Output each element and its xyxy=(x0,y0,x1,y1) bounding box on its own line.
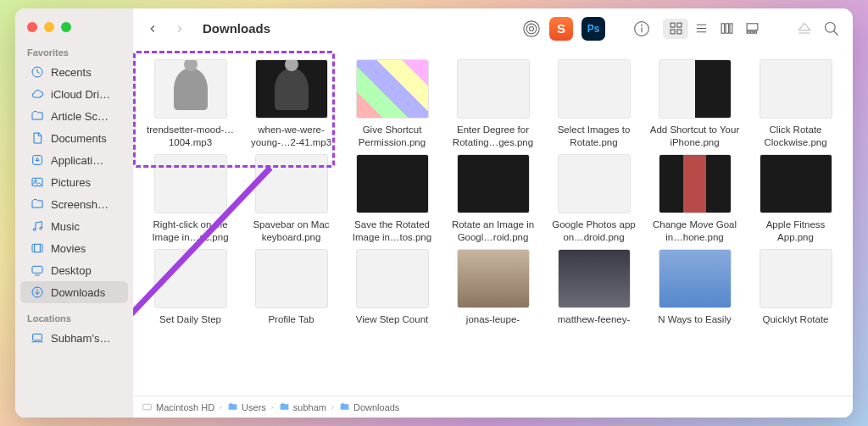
svg-point-15 xyxy=(530,26,534,30)
svg-rect-33 xyxy=(750,31,753,33)
file-thumbnail xyxy=(558,154,631,213)
path-item[interactable]: subham xyxy=(279,401,326,412)
sidebar-item-label: Screensh… xyxy=(51,198,108,211)
sidebar-item-label: Applicati… xyxy=(51,154,103,167)
sidebar-section-locations: Locations xyxy=(15,310,133,327)
file-label: matthew-feeney- xyxy=(558,313,631,326)
file-label: trendsetter-mood-…1004.mp3 xyxy=(143,124,238,149)
laptop-icon xyxy=(31,331,44,345)
svg-rect-9 xyxy=(32,266,42,273)
sidebar-item-downloads[interactable]: Downloads xyxy=(20,281,128,303)
sidebar-item-movies[interactable]: Movies xyxy=(20,237,128,259)
file-item[interactable]: Right-click on the Image in…ac.png xyxy=(142,154,239,244)
svg-line-38 xyxy=(834,30,838,35)
file-item[interactable]: N Ways to Easily xyxy=(646,249,743,326)
file-label: Right-click on the Image in…ac.png xyxy=(143,219,238,244)
file-thumbnail xyxy=(154,249,227,308)
sidebar-item-label: Recents xyxy=(51,66,92,79)
file-label: Change Move Goal in…hone.png xyxy=(648,219,743,244)
eject-button[interactable] xyxy=(795,19,814,38)
search-button[interactable] xyxy=(822,19,841,38)
info-button[interactable] xyxy=(632,19,651,38)
doc-icon xyxy=(31,131,44,145)
path-item[interactable]: Macintosh HD xyxy=(142,401,214,412)
path-item[interactable]: Users xyxy=(227,401,266,412)
file-item[interactable]: Add Shortcut to Your iPhone.png xyxy=(646,59,743,149)
svg-rect-30 xyxy=(730,24,732,33)
file-item[interactable]: when-we-were-young-…2-41.mp3 xyxy=(242,59,340,149)
main-pane: Downloads S Ps trendsetter-mood-…1004.mp… xyxy=(133,8,853,418)
music-icon xyxy=(31,219,44,233)
folder-icon xyxy=(31,197,44,211)
sidebar-item-documents[interactable]: Documents xyxy=(20,127,128,149)
file-item[interactable]: View Step Count xyxy=(343,249,441,326)
column-view-button[interactable] xyxy=(714,19,739,39)
file-item[interactable]: Google Photos app on…droid.png xyxy=(545,154,643,244)
file-label: Select Images to Rotate.png xyxy=(547,124,642,149)
file-item[interactable]: Select Images to Rotate.png xyxy=(545,59,643,149)
svg-point-5 xyxy=(40,227,42,230)
file-item[interactable]: Apple Fitness App.png xyxy=(747,154,844,244)
file-thumbnail xyxy=(255,59,328,119)
file-item[interactable]: Save the Rotated Image in…tos.png xyxy=(343,154,441,244)
window-controls xyxy=(15,17,133,44)
sidebar-item-screensh-[interactable]: Screensh… xyxy=(20,193,128,215)
file-item[interactable]: Quicklyt Rotate xyxy=(747,249,844,326)
file-item[interactable]: trendsetter-mood-…1004.mp3 xyxy=(142,59,239,149)
app-badge-photoshop[interactable]: Ps xyxy=(581,17,605,41)
app-badge-s[interactable]: S xyxy=(549,17,573,41)
sidebar-item-label: Pictures xyxy=(51,176,91,189)
file-item[interactable]: Click Rotate Clockwise.png xyxy=(747,59,844,149)
desktop-icon xyxy=(31,263,44,277)
gallery-view-button[interactable] xyxy=(739,19,765,39)
file-item[interactable]: Spavebar on Mac keyboard.png xyxy=(242,154,340,244)
file-label: Quicklyt Rotate xyxy=(763,313,829,326)
file-grid-area[interactable]: trendsetter-mood-…1004.mp3when-we-were-y… xyxy=(133,49,853,396)
list-view-button[interactable] xyxy=(688,19,714,39)
file-item[interactable]: Rotate an Image in Googl…roid.png xyxy=(444,154,542,244)
file-label: Enter Degree for Rotating…ges.png xyxy=(446,124,541,149)
file-item[interactable]: Give Shortcut Permission.png xyxy=(343,59,441,149)
cloud-icon xyxy=(31,87,44,101)
close-button[interactable] xyxy=(27,22,37,32)
sidebar-item-music[interactable]: Music xyxy=(20,215,128,237)
file-thumbnail xyxy=(659,154,732,213)
svg-rect-40 xyxy=(143,404,152,410)
app-icon xyxy=(31,153,44,167)
sidebar-item-subham-s-[interactable]: Subham's… xyxy=(20,327,128,349)
file-thumbnail xyxy=(154,154,227,213)
svg-rect-32 xyxy=(747,31,749,33)
back-button[interactable] xyxy=(145,21,160,36)
sidebar-item-label: Desktop xyxy=(51,264,92,277)
airdrop-icon[interactable] xyxy=(522,19,541,38)
file-item[interactable]: Enter Degree for Rotating…ges.png xyxy=(444,59,542,149)
minimize-button[interactable] xyxy=(44,22,54,32)
view-segmented xyxy=(659,19,768,39)
sidebar-item-desktop[interactable]: Desktop xyxy=(20,259,128,281)
file-item[interactable]: Profile Tab xyxy=(242,249,340,326)
maximize-button[interactable] xyxy=(61,22,71,32)
sidebar: Favorites RecentsiCloud Dri…Article Sc…D… xyxy=(15,8,133,418)
file-thumbnail xyxy=(356,249,429,308)
download-icon xyxy=(31,285,44,299)
sidebar-item-pictures[interactable]: Pictures xyxy=(20,171,128,193)
sidebar-item-article-sc-[interactable]: Article Sc… xyxy=(20,105,128,127)
path-item[interactable]: Downloads xyxy=(339,401,399,412)
file-thumbnail xyxy=(558,59,631,119)
forward-button[interactable] xyxy=(172,21,187,36)
sidebar-item-recents[interactable]: Recents xyxy=(20,61,128,83)
sidebar-item-icloud-dri-[interactable]: iCloud Dri… xyxy=(20,83,128,105)
sidebar-item-applicati-[interactable]: Applicati… xyxy=(20,149,128,171)
file-thumbnail xyxy=(760,154,832,213)
file-item[interactable]: Change Move Goal in…hone.png xyxy=(646,154,743,244)
file-label: Profile Tab xyxy=(268,313,314,326)
file-item[interactable]: jonas-leupe- xyxy=(444,249,542,326)
file-label: Give Shortcut Permission.png xyxy=(345,124,440,149)
file-label: Save the Rotated Image in…tos.png xyxy=(345,219,440,244)
file-item[interactable]: matthew-feeney- xyxy=(545,249,643,326)
sidebar-item-label: Documents xyxy=(51,132,107,145)
file-item[interactable]: Set Daily Step xyxy=(142,249,239,326)
svg-point-4 xyxy=(33,229,36,231)
icon-view-button[interactable] xyxy=(663,19,688,39)
file-thumbnail xyxy=(356,59,429,119)
